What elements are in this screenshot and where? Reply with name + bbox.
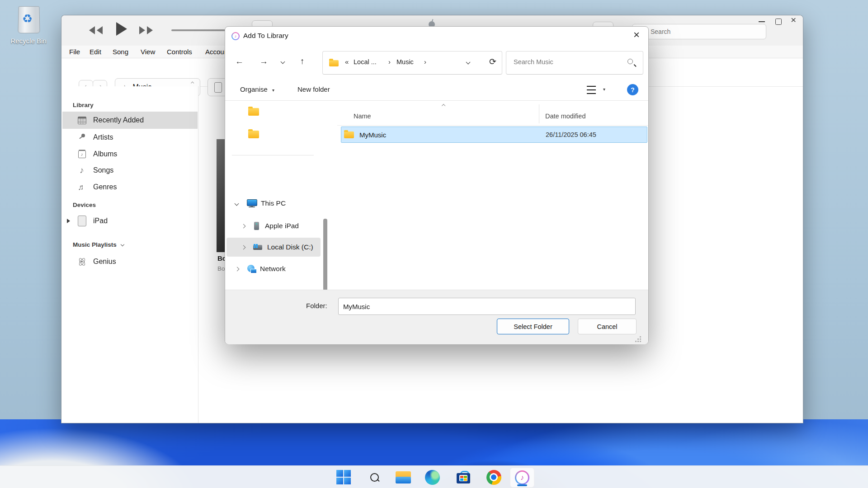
cancel-button[interactable]: Cancel [578,319,637,334]
volume-slider[interactable] [171,29,227,31]
column-header-date-modified[interactable]: Date modified [545,113,585,120]
menu-file[interactable]: File [69,48,80,56]
chevron-right-icon[interactable] [241,224,246,228]
menu-song[interactable]: Song [113,48,128,56]
close-button[interactable]: × [791,14,796,25]
grid-icon [75,117,89,124]
chevron-right-icon[interactable] [241,245,246,249]
chevron-down-icon [120,243,124,246]
header-divider [337,125,648,126]
sidebar-library-header: Library [73,102,94,108]
sidebar-item-songs[interactable]: ♪ Songs [62,162,198,179]
breadcrumb-item[interactable]: Local ... [354,58,377,66]
local-disk-icon [253,244,263,250]
breadcrumb-overflow[interactable]: « [345,58,349,66]
sidebar-item-label: iPad [93,217,108,225]
add-to-library-dialog: ♪ Add To Library × ← → ↑ « Local ... › M… [225,26,649,344]
help-button[interactable]: ? [627,84,638,95]
organise-menu[interactable]: Organise ▾ [240,85,274,93]
sidebar-playlists-header[interactable]: Music Playlists [73,241,123,248]
tree-item-label: Apple iPad [265,222,299,230]
ipad-outline-icon [214,82,222,93]
menu-view[interactable]: View [141,48,155,56]
nav-up-icon[interactable]: ↑ [300,56,305,66]
address-bar[interactable]: « Local ... › Music › ⟳ [322,51,502,75]
breadcrumb-separator: › [424,58,426,66]
genius-atom-icon [75,257,89,266]
menu-edit[interactable]: Edit [90,48,101,56]
fast-forward-button[interactable] [139,26,153,36]
dialog-footer: Folder: Select Folder Cancel [225,290,648,344]
tree-item-network[interactable]: Network [225,260,323,277]
resize-grip[interactable] [640,336,641,338]
tree-item-apple-ipad[interactable]: Apple iPad [225,217,323,235]
chevron-down-icon[interactable] [235,201,239,206]
ipad-device-icon [75,216,89,226]
column-divider[interactable] [539,104,539,123]
folder-tree-pane: This PC Apple iPad Local Disk (C:) [225,101,329,290]
taskbar-search-button[interactable] [366,469,382,485]
desktop: ♻ Recycle Bin × [0,0,868,488]
genres-icon: ♬ [75,183,89,192]
minimize-button[interactable] [759,21,765,22]
select-folder-button[interactable]: Select Folder [497,319,569,334]
sidebar-item-label: Genres [93,183,117,191]
address-dropdown-icon[interactable] [466,60,471,65]
microsoft-store-button[interactable] [455,469,472,485]
chevron-right-icon[interactable] [235,267,240,271]
start-button[interactable] [335,469,352,485]
rewind-button[interactable] [89,26,103,36]
folder-icon[interactable] [248,131,259,138]
tree-item-label: This PC [261,199,286,207]
nav-back-icon[interactable]: ← [235,56,244,66]
nav-recent-chevron-icon[interactable] [281,60,285,64]
column-header-name[interactable]: Name [354,113,371,120]
edge-browser-button[interactable] [424,469,440,485]
itunes-sidebar: Library Recently Added Artists [61,86,198,423]
sidebar-item-artists[interactable]: Artists [62,129,198,146]
tree-item-local-disk-c[interactable]: Local Disk (C:) [226,238,321,257]
sidebar-item-albums[interactable]: ♪ Albums [62,145,198,163]
itunes-taskbar-button[interactable]: ♪ [510,468,534,488]
sidebar-item-label: Albums [93,150,117,158]
folder-name-input[interactable] [338,298,636,315]
dialog-close-icon[interactable]: × [633,28,640,41]
sidebar-item-label: Recently Added [93,116,144,124]
file-explorer-button[interactable] [395,469,411,485]
new-folder-button[interactable]: New folder [297,85,330,93]
refresh-icon[interactable]: ⟳ [489,56,496,67]
dialog-search-box[interactable] [506,51,643,75]
sidebar-item-label: Artists [93,133,113,141]
view-options-icon[interactable] [587,86,596,94]
dialog-title: Add To Library [243,32,288,40]
recycle-bin-shortcut[interactable]: ♻ Recycle Bin [8,5,49,48]
active-app-indicator [517,484,527,486]
chrome-browser-button[interactable] [486,469,502,485]
play-button[interactable] [116,22,127,38]
album-icon: ♪ [75,150,89,158]
disclosure-triangle-icon[interactable] [67,219,70,223]
sidebar-item-recently-added[interactable]: Recently Added [62,112,198,129]
recycle-bin-icon: ♻ [18,6,40,33]
sort-ascending-icon[interactable] [442,104,446,108]
maximize-button[interactable] [775,19,782,25]
file-row-mymusic[interactable]: MyMusic 26/11/2025 06:45 [341,127,647,143]
network-icon [247,265,256,273]
view-caret-icon[interactable]: ▾ [603,87,605,92]
breadcrumb-separator: › [388,58,391,66]
tree-item-label: Local Disk (C:) [267,243,313,251]
nav-forward-icon[interactable]: → [259,56,268,66]
sidebar-item-label: Songs [93,166,113,174]
itunes-search-input[interactable] [632,24,766,39]
menu-controls[interactable]: Controls [167,48,192,56]
sidebar-item-genius[interactable]: Genius [62,253,198,270]
breadcrumb-item[interactable]: Music [396,58,414,66]
tree-item-this-pc[interactable]: This PC [225,195,323,212]
sidebar-item-ipad[interactable]: iPad [62,212,198,230]
microphone-icon [75,134,89,141]
search-icon [370,473,379,482]
sidebar-item-genres[interactable]: ♬ Genres [62,178,198,196]
dialog-search-input[interactable] [513,58,618,66]
folder-icon[interactable] [248,108,259,116]
tree-item-label: Network [260,265,286,273]
